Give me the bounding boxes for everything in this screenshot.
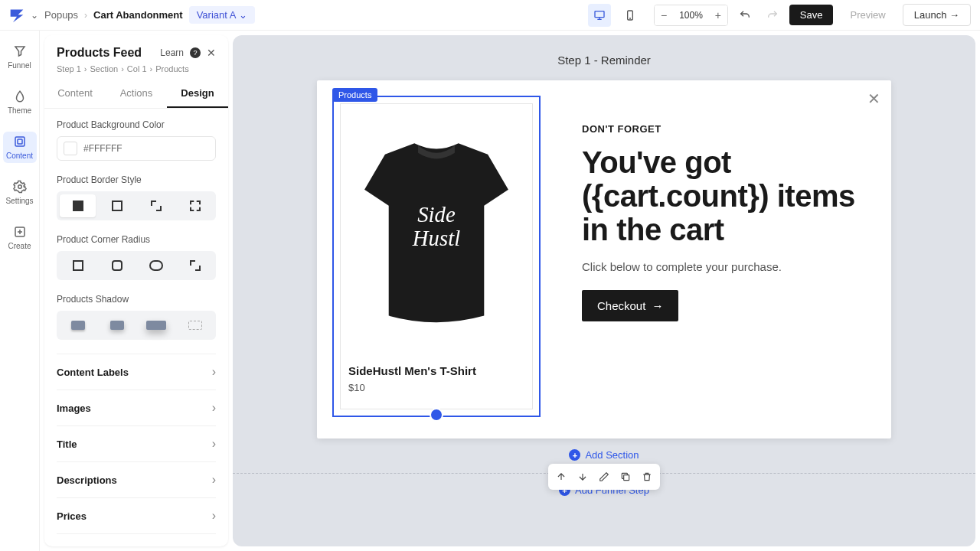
popup-headline: You've got ({cart.count}) items in the c… [582,145,865,246]
shadow-small-option[interactable] [60,314,96,337]
edit-button[interactable] [594,467,614,487]
chevron-right-icon: › [212,545,216,546]
tab-content[interactable]: Content [44,80,106,108]
nav-rail: Funnel Theme Content Settings Create [0,31,40,551]
move-down-button[interactable] [573,467,593,487]
accordion-title[interactable]: Title› [57,425,216,461]
panel-crumb-item[interactable]: Col 1 [127,64,147,73]
product-card-selected[interactable]: Side Hustl SideHustl Men's T-Shirt $10 [332,96,541,417]
step-title: Step 1 - Reminder [557,54,651,67]
bg-color-input[interactable] [57,136,216,161]
border-corners-option[interactable] [138,194,174,217]
shadow-none-option[interactable] [177,314,213,337]
product-name: SideHustl Men's T-Shirt [348,364,524,377]
nav-content[interactable]: Content [3,132,37,163]
breadcrumb-root[interactable]: Popups [44,9,78,21]
accordion-prices[interactable]: Prices› [57,497,216,533]
add-section-button[interactable]: + Add Section [569,449,639,461]
panel-crumb-item[interactable]: Products [155,64,188,73]
popup-subtext: Click below to complete your purchase. [582,260,865,273]
resize-handle[interactable] [430,408,443,422]
undo-button[interactable] [734,5,756,26]
nav-settings[interactable]: Settings [3,177,37,208]
radius-small-option[interactable] [99,254,135,277]
panel-tabs: Content Actions Design [44,80,228,109]
corner-radius-options [57,251,216,280]
learn-link[interactable]: Learn [160,47,184,58]
accordion-variant-picker[interactable]: Variant Picker› [57,533,216,546]
radius-none-option[interactable] [60,254,96,277]
tab-design[interactable]: Design [167,80,228,108]
product-image: Side Hustl [348,112,524,358]
zoom-out-button[interactable]: − [655,5,673,25]
radius-corners-option[interactable] [177,254,213,277]
svg-rect-9 [624,475,629,481]
panel-title: Products Feed [57,46,142,60]
canvas: Step 1 - Reminder ✕ Products Side Hustl [233,35,975,546]
chevron-down-icon[interactable]: ⌄ [31,10,38,21]
plus-icon: + [569,449,580,461]
panel-crumb-item[interactable]: Section [90,64,118,73]
shadow-medium-option[interactable] [99,314,135,337]
zoom-value: 100% [673,10,709,21]
delete-button[interactable] [637,467,657,487]
accordion-content-labels[interactable]: Content Labels› [57,354,216,390]
variant-selector[interactable]: Variant A ⌄ [189,6,256,24]
panel-breadcrumb: Step 1› Section› Col 1› Products [57,64,216,73]
svg-text:Hustl: Hustl [412,225,460,249]
svg-rect-0 [595,11,604,17]
svg-point-5 [18,185,21,189]
zoom-control: − 100% + [654,5,728,26]
chevron-right-icon: › [212,437,216,451]
border-dashed-option[interactable] [177,194,213,217]
accordion-images[interactable]: Images› [57,390,216,425]
color-swatch[interactable] [64,142,77,155]
border-style-options [57,191,216,220]
nav-create[interactable]: Create [3,222,37,253]
chevron-down-icon: ⌄ [239,9,247,21]
shadow-label: Products Shadow [57,294,216,305]
preview-button[interactable]: Preview [839,5,896,25]
shadow-options [57,311,216,340]
product-price: $10 [348,382,524,393]
close-icon[interactable]: ✕ [207,47,216,59]
accordion-descriptions[interactable]: Descriptions› [57,461,216,497]
properties-panel: Products Feed Learn ? ✕ Step 1› Section›… [44,35,228,546]
zoom-in-button[interactable]: + [709,5,727,25]
device-desktop-button[interactable] [588,4,611,27]
border-outline-option[interactable] [99,194,135,217]
arrow-right-icon: → [652,299,663,312]
launch-button[interactable]: Launch → [903,4,971,26]
panel-crumb-item[interactable]: Step 1 [57,64,81,73]
chevron-right-icon: › [212,401,216,415]
save-button[interactable]: Save [789,5,834,25]
shadow-large-option[interactable] [138,314,174,337]
chevron-right-icon: › [212,509,216,523]
corner-radius-label: Product Corner Radius [57,234,216,245]
border-style-label: Product Border Style [57,174,216,185]
svg-point-2 [630,18,631,18]
bg-color-label: Product Background Color [57,119,216,130]
variant-label: Variant A [197,9,237,21]
redo-button[interactable] [762,5,783,26]
border-solid-option[interactable] [60,194,96,217]
chevron-right-icon: › [212,365,216,379]
nav-theme[interactable]: Theme [3,86,37,118]
checkout-button[interactable]: Checkout → [582,290,678,321]
app-logo[interactable] [9,8,24,23]
radius-pill-option[interactable] [138,254,174,277]
help-icon[interactable]: ? [190,47,201,58]
move-up-button[interactable] [551,467,571,487]
bg-color-text[interactable] [83,143,209,154]
nav-funnel[interactable]: Funnel [3,41,37,73]
duplicate-button[interactable] [616,467,635,487]
popup-close-icon[interactable]: ✕ [867,90,880,108]
popup-eyebrow: DON'T FORGET [582,123,865,135]
device-mobile-button[interactable] [619,4,642,27]
breadcrumb-current[interactable]: Cart Abandonment [93,9,183,21]
svg-rect-4 [18,139,22,144]
element-toolbar [548,464,660,490]
popup-preview: ✕ Products Side Hustl SideHustl [317,80,891,439]
tab-actions[interactable]: Actions [106,80,167,108]
selection-badge: Products [332,88,377,102]
